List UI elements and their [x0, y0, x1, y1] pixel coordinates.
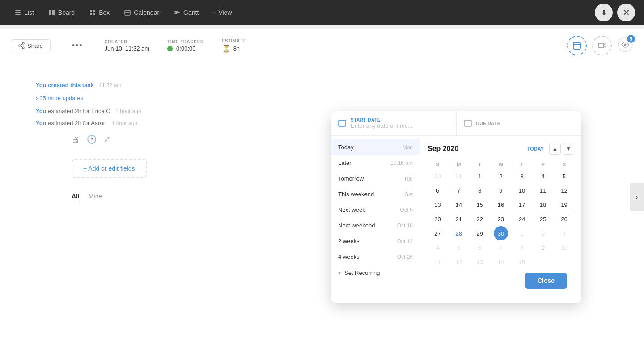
expand-icon[interactable]: ⤢: [104, 135, 110, 144]
svg-line-17: [21, 46, 22, 47]
more-options-button[interactable]: •••: [68, 39, 87, 52]
svg-rect-23: [464, 120, 471, 126]
expand-updates-label: 35 more updates: [39, 95, 83, 101]
set-recurring-button[interactable]: ▾ Set Recurring: [331, 265, 420, 281]
quick-option-later[interactable]: Later 10:16 pm: [331, 155, 420, 171]
top-navigation: List Board Box Calendar Gantt + View ⬇ ✕: [0, 0, 644, 25]
cal-day-3[interactable]: 3: [515, 169, 529, 183]
estimate-meta: ESTIMATE ⏳ 8h: [222, 38, 246, 53]
cal-day-20[interactable]: 20: [431, 212, 445, 226]
cal-day-25[interactable]: 25: [536, 212, 550, 226]
download-button[interactable]: ⬇: [595, 4, 613, 21]
print-icon[interactable]: 🖨: [72, 135, 80, 144]
cal-day-27[interactable]: 27: [431, 226, 445, 240]
cal-day-8-next[interactable]: 8: [515, 240, 529, 255]
share-button[interactable]: Share: [11, 39, 51, 52]
cal-day-24[interactable]: 24: [515, 212, 529, 226]
due-date-input-group[interactable]: DUE DATE: [457, 111, 582, 135]
nav-item-gantt[interactable]: Gantt: [168, 6, 204, 19]
cal-day-21[interactable]: 21: [452, 212, 466, 226]
quick-option-next-weekend[interactable]: Next weekend Oct 10: [331, 218, 420, 233]
nav-item-box[interactable]: Box: [84, 6, 115, 19]
cal-day-4[interactable]: 4: [536, 169, 550, 183]
quick-option-today[interactable]: Today Mon: [331, 139, 420, 155]
cal-day-14-next[interactable]: 14: [494, 255, 508, 269]
cal-day-10-next[interactable]: 10: [557, 240, 571, 255]
cal-day-2[interactable]: 2: [494, 169, 508, 183]
quick-option-this-weekend[interactable]: This weekend Sat: [331, 186, 420, 202]
cal-day-26[interactable]: 26: [557, 212, 571, 226]
calendar-month-year: Sep 2020: [428, 145, 458, 153]
nav-add-view[interactable]: + View: [208, 6, 237, 19]
cal-day-10[interactable]: 10: [515, 183, 529, 198]
cal-day-18[interactable]: 18: [536, 198, 550, 212]
video-action-button[interactable]: [592, 36, 612, 55]
nav-item-calendar[interactable]: Calendar: [119, 6, 165, 19]
share-icon: [18, 42, 25, 49]
quick-option-next-weekend-date: Oct 10: [397, 223, 413, 229]
today-button[interactable]: TODAY: [524, 144, 547, 153]
cal-day-9[interactable]: 9: [494, 183, 508, 198]
cal-day-5-next[interactable]: 5: [452, 240, 466, 255]
prev-month-button[interactable]: ▲: [549, 143, 561, 155]
cal-day-11[interactable]: 11: [536, 183, 550, 198]
day-header-t2: T: [512, 160, 532, 169]
quick-option-next-weekend-label: Next weekend: [338, 222, 375, 229]
cal-day-12[interactable]: 12: [557, 183, 571, 198]
cal-day-29[interactable]: 29: [473, 226, 487, 240]
quick-option-tomorrow[interactable]: Tomorrow Tue: [331, 171, 420, 186]
nav-item-board[interactable]: Board: [43, 6, 80, 19]
tab-all[interactable]: All: [72, 193, 80, 202]
cal-day-23[interactable]: 23: [494, 212, 508, 226]
cal-day-1[interactable]: 1: [473, 169, 487, 183]
next-panel-arrow[interactable]: ›: [630, 183, 644, 211]
share-label: Share: [27, 42, 43, 49]
svg-rect-8: [93, 13, 95, 15]
cal-day-28-today[interactable]: 28: [452, 226, 466, 240]
cal-day-15-next[interactable]: 15: [515, 255, 529, 269]
history-icon[interactable]: 🕐: [87, 135, 97, 144]
cal-day-7-next[interactable]: 7: [494, 240, 508, 255]
cal-day-17[interactable]: 17: [515, 198, 529, 212]
cal-day-4-next[interactable]: 4: [431, 240, 445, 255]
svg-rect-7: [90, 13, 92, 15]
cal-day-8[interactable]: 8: [473, 183, 487, 198]
quick-option-2-weeks[interactable]: 2 weeks Oct 12: [331, 233, 420, 249]
calendar-week-6: 4 5 6 7 8 9 10: [428, 240, 574, 255]
cal-day-3-next[interactable]: 3: [557, 226, 571, 240]
svg-line-16: [21, 44, 22, 45]
cal-day-6[interactable]: 6: [431, 183, 445, 198]
add-fields-button[interactable]: + Add or edit fields: [72, 159, 147, 178]
close-datepicker-button[interactable]: Close: [525, 273, 567, 289]
watchers-button[interactable]: 5: [617, 37, 633, 55]
cal-day-30-highlighted[interactable]: 30: [494, 226, 508, 240]
cal-day-2-next[interactable]: 2: [536, 226, 550, 240]
cal-day-22[interactable]: 22: [473, 212, 487, 226]
close-button[interactable]: ✕: [617, 4, 635, 21]
cal-day-15[interactable]: 15: [473, 198, 487, 212]
calendar-action-button[interactable]: [567, 36, 587, 55]
cal-day-11-next[interactable]: 11: [431, 255, 445, 269]
cal-day-9-next[interactable]: 9: [536, 240, 550, 255]
cal-day-7[interactable]: 7: [452, 183, 466, 198]
quick-option-4-weeks[interactable]: 4 weeks Oct 26: [331, 249, 420, 265]
cal-day-30-prev[interactable]: 30: [431, 169, 445, 183]
next-month-button[interactable]: ▼: [563, 143, 574, 155]
cal-day-13[interactable]: 13: [431, 198, 445, 212]
quick-option-next-week[interactable]: Next week Oct 5: [331, 202, 420, 218]
cal-day-13-next[interactable]: 13: [473, 255, 487, 269]
cal-day-14[interactable]: 14: [452, 198, 466, 212]
cal-day-31-prev[interactable]: 31: [452, 169, 466, 183]
cal-day-19[interactable]: 19: [557, 198, 571, 212]
cal-day-1-next[interactable]: 1: [515, 226, 529, 240]
tab-mine[interactable]: Mine: [89, 193, 102, 202]
expand-updates-button[interactable]: › 35 more updates: [36, 95, 608, 101]
start-date-input-group[interactable]: START DATE Enter any date or time...: [331, 111, 457, 135]
nav-item-list[interactable]: List: [9, 6, 39, 19]
nav-gantt-label: Gantt: [183, 9, 199, 16]
you-label-1: You: [36, 108, 47, 114]
cal-day-5[interactable]: 5: [557, 169, 571, 183]
cal-day-6-next[interactable]: 6: [473, 240, 487, 255]
cal-day-16[interactable]: 16: [494, 198, 508, 212]
cal-day-12-next[interactable]: 12: [452, 255, 466, 269]
